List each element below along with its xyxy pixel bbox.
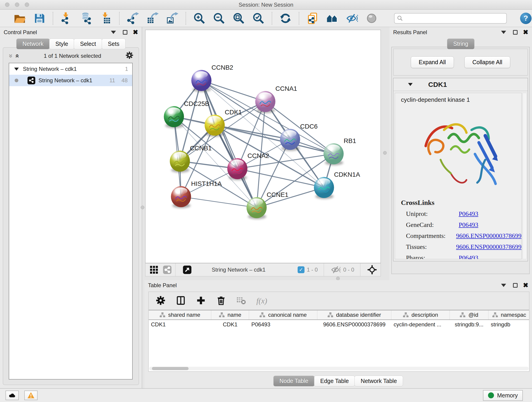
- refresh-button[interactable]: [279, 12, 292, 25]
- birdseye-view-button[interactable]: [182, 265, 192, 274]
- collapse-all-button[interactable]: Collapse All: [464, 56, 510, 68]
- fit-selection-button[interactable]: [367, 265, 377, 274]
- tab-select[interactable]: Select: [74, 38, 102, 49]
- close-panel-icon[interactable]: ✖: [523, 282, 528, 288]
- column-header-shared-name[interactable]: shared name: [149, 310, 211, 319]
- network-node-RB1[interactable]: [323, 143, 344, 164]
- tab-network[interactable]: Network: [16, 38, 50, 49]
- tab-network-table[interactable]: Network Table: [355, 376, 403, 386]
- import-network-file-button[interactable]: [60, 12, 73, 25]
- save-session-button[interactable]: [33, 12, 46, 25]
- bottom-splitter-handle[interactable]: [336, 277, 340, 280]
- expand-all-icon[interactable]: «: [14, 54, 22, 58]
- network-node-CDK1[interactable]: [205, 115, 225, 136]
- tab-string[interactable]: String: [447, 38, 474, 49]
- hidden-eye-icon: [331, 265, 341, 274]
- close-window-button[interactable]: [5, 2, 9, 7]
- import-network-database-button[interactable]: [80, 12, 93, 25]
- show-hide-button[interactable]: [346, 12, 358, 25]
- network-row-selected[interactable]: String Network – cdk1 11 48: [9, 75, 132, 86]
- memory-button[interactable]: Memory: [483, 390, 523, 401]
- network-canvas[interactable]: CCNB2CCNA1CDC25BCDK1CDC6RB1CCNB1CCNA2CDK…: [145, 30, 381, 263]
- zoom-fit-button[interactable]: [232, 12, 245, 25]
- zoom-in-button[interactable]: [193, 12, 206, 25]
- crosslink-link[interactable]: P06493: [459, 221, 478, 229]
- first-neighbors-button[interactable]: [326, 12, 339, 25]
- node-label-CCNA1: CCNA1: [275, 85, 297, 92]
- hidden-count: 0 - 0: [343, 267, 354, 273]
- search-input[interactable]: [394, 13, 507, 24]
- help-button[interactable]: ?: [520, 13, 532, 24]
- open-session-button[interactable]: [13, 12, 26, 25]
- crosslink-link[interactable]: 9606.ENSP00000378699: [456, 232, 521, 240]
- network-from-selection-button[interactable]: [306, 12, 319, 25]
- export-image-button[interactable]: [166, 12, 179, 25]
- column-header-canonical-name[interactable]: canonical name: [249, 310, 317, 319]
- add-column-button[interactable]: [196, 295, 206, 306]
- collapse-panel-icon[interactable]: [111, 31, 116, 34]
- window-controls[interactable]: [5, 2, 29, 7]
- inactive-eye-button[interactable]: [365, 12, 378, 25]
- crosslink-link[interactable]: P06493: [459, 254, 478, 259]
- node-label-CCNE1: CCNE1: [267, 191, 288, 198]
- tree-expand-icon[interactable]: [14, 68, 19, 70]
- entry-expand-icon[interactable]: [408, 83, 413, 86]
- show-columns-button[interactable]: [176, 295, 186, 306]
- column-header-namespac[interactable]: namespac: [488, 310, 530, 319]
- network-node-CCNA1[interactable]: [255, 91, 275, 112]
- table-row[interactable]: CDK1CDK1P064939606.ENSP00000378699cyclin…: [149, 320, 529, 329]
- collapse-panel-icon[interactable]: [501, 284, 506, 287]
- network-node-CCNB2[interactable]: [191, 70, 211, 91]
- column-header-@id[interactable]: @id: [450, 310, 488, 319]
- network-node-CCNA2[interactable]: [227, 158, 247, 179]
- tab-node-table[interactable]: Node Table: [273, 376, 315, 386]
- crosslink-link[interactable]: P06493: [459, 210, 478, 217]
- close-panel-icon[interactable]: ✖: [133, 29, 138, 36]
- export-table-button[interactable]: [146, 12, 159, 25]
- show-grid-button[interactable]: [149, 265, 159, 274]
- column-header-name[interactable]: name: [211, 310, 249, 319]
- tab-style[interactable]: Style: [49, 38, 75, 49]
- float-panel-icon[interactable]: [123, 30, 127, 35]
- zoom-window-button[interactable]: [25, 2, 29, 7]
- minimize-window-button[interactable]: [15, 2, 19, 7]
- tab-sets[interactable]: Sets: [102, 38, 126, 49]
- selected-nodes-checkbox[interactable]: ✓: [298, 266, 304, 273]
- network-node-HIST1H1A[interactable]: [171, 186, 191, 207]
- network-options-gear[interactable]: [125, 51, 133, 61]
- float-panel-icon[interactable]: [513, 283, 518, 288]
- expand-all-button[interactable]: Expand All: [411, 56, 454, 68]
- export-network-button[interactable]: [127, 12, 139, 25]
- zoom-out-button[interactable]: [213, 12, 225, 25]
- table-options-gear[interactable]: [156, 295, 166, 306]
- network-node-CDC25B[interactable]: [164, 106, 184, 127]
- search-box: [394, 13, 507, 24]
- network-node-CDC6[interactable]: [280, 129, 300, 150]
- warnings-button[interactable]: [24, 390, 38, 400]
- column-header-database-identifier[interactable]: database identifier: [317, 310, 391, 319]
- collapse-all-icon[interactable]: «: [6, 54, 14, 58]
- cloud-status-button[interactable]: [6, 390, 19, 400]
- string-style-button[interactable]: [162, 265, 172, 274]
- crosslink-link[interactable]: 9606.ENSP00000378699: [456, 243, 521, 250]
- delete-column-button[interactable]: [216, 295, 226, 306]
- network-node-CDKN1A[interactable]: [314, 177, 334, 198]
- gene-entry-header[interactable]: CDK1: [393, 78, 528, 91]
- import-table-file-button[interactable]: [99, 12, 112, 25]
- column-header-description[interactable]: description: [391, 310, 450, 319]
- left-splitter-handle[interactable]: [141, 206, 144, 209]
- right-splitter-handle[interactable]: [383, 151, 387, 155]
- tab-edge-table[interactable]: Edge Table: [314, 376, 355, 386]
- results-scrollbar[interactable]: [523, 93, 527, 259]
- hidden-toggle[interactable]: [331, 265, 341, 274]
- float-panel-icon[interactable]: [513, 30, 518, 35]
- scrollbar-thumb[interactable]: [152, 367, 189, 370]
- plus-icon: [196, 295, 206, 306]
- close-panel-icon[interactable]: ✖: [523, 29, 528, 36]
- network-collection-row[interactable]: String Network – cdk1 1: [9, 63, 132, 75]
- network-node-CCNE1[interactable]: [247, 197, 267, 218]
- collapse-panel-icon[interactable]: [501, 31, 506, 34]
- horizontal-scrollbar[interactable]: [149, 367, 529, 370]
- zoom-selected-button[interactable]: [252, 12, 265, 25]
- network-node-CCNB1[interactable]: [170, 151, 190, 172]
